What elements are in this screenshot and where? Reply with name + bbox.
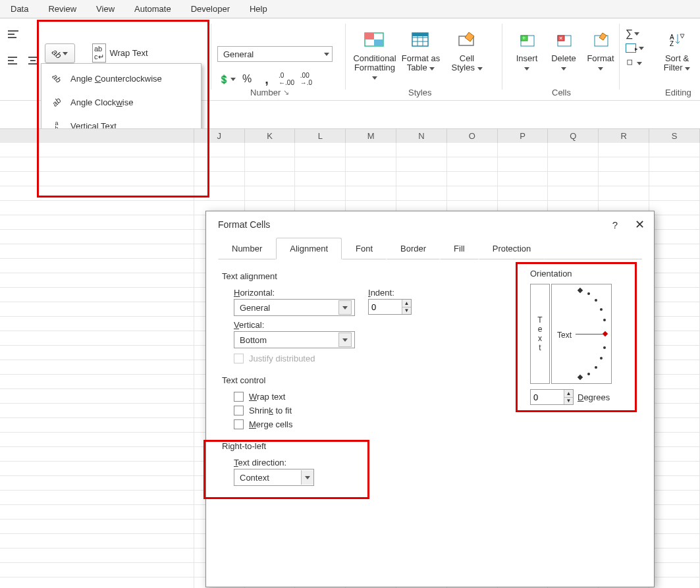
col-header[interactable]: M	[346, 129, 396, 144]
chevron-down-icon	[634, 32, 639, 36]
format-as-table-button[interactable]: Format as Table	[398, 28, 444, 82]
horizontal-label: Horizontal:	[234, 288, 275, 298]
menu-angle-ccw[interactable]: ab Angle Counterclockwise	[41, 67, 201, 90]
wrap-text-button[interactable]: abc↵ Wrap Text	[92, 43, 148, 62]
angle-ccw-icon: ab	[48, 70, 65, 86]
delete-button[interactable]: × Delete	[545, 28, 582, 82]
svg-rect-8	[412, 33, 428, 36]
format-icon	[589, 29, 612, 51]
number-dialog-launcher[interactable]: ↘	[283, 88, 289, 97]
align-center-button[interactable]	[24, 53, 42, 68]
increase-decimal-button[interactable]: .0←.00	[277, 71, 296, 87]
number-format-combo[interactable]: General	[217, 46, 333, 62]
close-button[interactable]: ✕	[635, 217, 645, 232]
autosum-icon[interactable]: ∑	[626, 28, 633, 40]
indent-down[interactable]: ▼	[402, 307, 411, 315]
col-header[interactable]: Q	[548, 129, 599, 144]
degrees-down[interactable]: ▼	[564, 398, 573, 405]
orientation-handle[interactable]	[603, 331, 608, 336]
chevron-down-icon	[477, 67, 483, 70]
text-direction-combo[interactable]: Context	[234, 469, 314, 486]
col-header[interactable]: L	[295, 129, 346, 144]
menu-review[interactable]: Review	[48, 4, 76, 14]
tab-border[interactable]: Border	[387, 238, 440, 259]
orientation-vertical-text[interactable]: T e x t	[530, 284, 550, 384]
wrap-text-checkbox[interactable]	[234, 392, 244, 402]
menu-automate[interactable]: Automate	[134, 4, 171, 14]
indent-input[interactable]	[369, 300, 402, 314]
percent-format-button[interactable]: %	[237, 71, 257, 87]
svg-text:Z: Z	[670, 40, 674, 47]
fill-icon[interactable]: ▸	[626, 43, 636, 53]
chevron-down-icon	[637, 62, 642, 65]
shrink-to-fit-checkbox[interactable]	[234, 406, 244, 415]
sort-filter-button[interactable]: AZ Sort & Filter	[659, 28, 695, 82]
section-editing-label: Editing	[665, 88, 691, 97]
justify-distributed-checkbox	[234, 354, 244, 363]
orientation-arc[interactable]: Text	[551, 284, 612, 384]
decrease-decimal-button[interactable]: .00→.0	[296, 71, 316, 87]
format-button[interactable]: Format	[582, 28, 619, 82]
section-number-label: Number	[250, 88, 281, 97]
tab-font[interactable]: Font	[342, 238, 387, 259]
col-header[interactable]: J	[194, 129, 245, 144]
menu-view[interactable]: View	[96, 4, 115, 14]
col-header[interactable]: N	[396, 129, 447, 144]
decrease-decimal-icon: .00→.0	[300, 72, 312, 86]
svg-rect-1	[365, 33, 374, 40]
chevron-down-icon	[524, 67, 529, 70]
tab-alignment[interactable]: Alignment	[276, 238, 342, 259]
wrap-text-icon: abc↵	[92, 43, 106, 63]
degrees-up[interactable]: ▲	[564, 390, 573, 398]
col-header[interactable]: K	[245, 129, 296, 144]
vertical-label: Vertical:	[234, 320, 264, 330]
menu-developer[interactable]: Developer	[191, 4, 230, 14]
degrees-label: Degrees	[578, 392, 610, 402]
format-as-table-icon	[410, 29, 432, 51]
currency-icon: 💲	[219, 74, 229, 84]
vertical-combo[interactable]: Bottom	[234, 331, 355, 348]
horizontal-combo[interactable]: General	[234, 299, 355, 316]
format-cells-dialog: Format Cells ? ✕ Number Alignment Font B…	[205, 211, 655, 587]
orientation-label: Orientation	[530, 269, 635, 279]
chevron-down-icon	[372, 76, 377, 80]
col-header[interactable]: P	[498, 129, 549, 144]
dialog-tabs: Number Alignment Font Border Fill Protec…	[218, 238, 642, 259]
percent-icon: %	[242, 73, 252, 85]
indent-spinner[interactable]: ▲▼	[368, 299, 412, 315]
chevron-down-icon	[598, 67, 603, 70]
chevron-down-icon	[342, 338, 348, 342]
tab-number[interactable]: Number	[218, 238, 276, 259]
col-header[interactable]: S	[649, 129, 700, 144]
merge-cells-checkbox[interactable]	[234, 419, 244, 429]
comma-format-button[interactable]: ,	[257, 71, 277, 87]
justify-distributed-label: Justify distributed	[249, 354, 315, 363]
shrink-to-fit-label: Shrink to fit	[249, 406, 292, 415]
wrap-text-label: Wrap text	[249, 392, 285, 402]
menu-help[interactable]: Help	[250, 4, 267, 14]
align-left-button[interactable]	[4, 53, 22, 68]
insert-button[interactable]: + Insert	[508, 28, 545, 82]
degrees-spinner[interactable]: ▲▼	[530, 389, 574, 405]
cell-styles-button[interactable]: Cell Styles	[444, 28, 490, 82]
conditional-formatting-button[interactable]: Conditional Formatting	[352, 28, 398, 82]
text-direction-label: Text direction:	[234, 458, 286, 468]
chevron-down-icon	[324, 53, 329, 56]
help-button[interactable]: ?	[612, 219, 618, 230]
col-header[interactable]: R	[599, 129, 649, 144]
col-header[interactable]: O	[447, 129, 498, 144]
degrees-input[interactable]	[531, 390, 564, 404]
tab-protection[interactable]: Protection	[479, 238, 545, 259]
orientation-button[interactable]: ab	[45, 43, 75, 63]
column-headers: J K L M N O P Q R S	[0, 128, 700, 144]
align-top-button[interactable]	[4, 28, 22, 43]
indent-up[interactable]: ▲	[402, 300, 411, 307]
svg-text:+: +	[522, 35, 525, 41]
accounting-format-button[interactable]: 💲	[217, 71, 237, 87]
comma-icon: ,	[265, 72, 269, 87]
tab-fill[interactable]: Fill	[440, 238, 479, 259]
clear-icon[interactable]: ◇	[623, 55, 635, 68]
orientation-icon: ab	[50, 47, 64, 61]
menu-data[interactable]: Data	[11, 4, 28, 14]
menu-angle-cw[interactable]: ab Angle Clockwise	[41, 90, 201, 114]
